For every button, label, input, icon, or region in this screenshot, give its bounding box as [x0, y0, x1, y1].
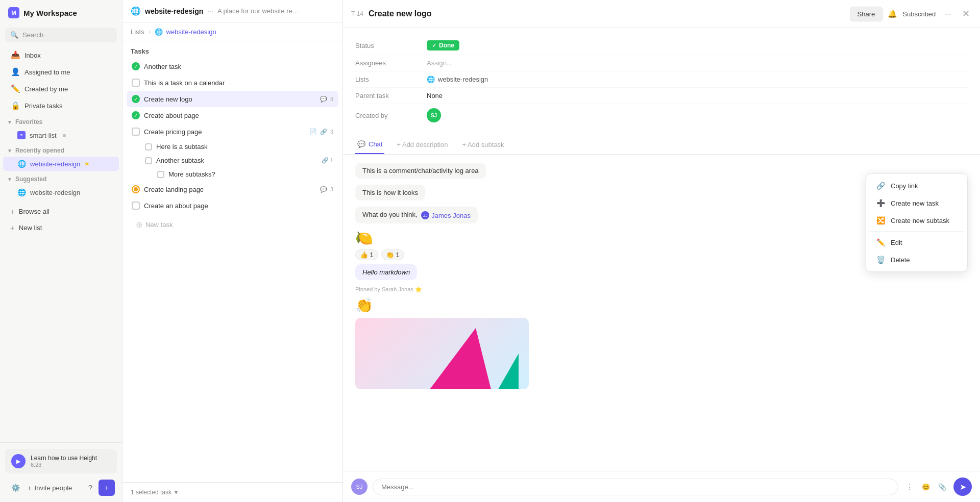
task-item[interactable]: ✓ Create about page	[127, 107, 338, 123]
chat-tab-label: Chat	[369, 140, 382, 148]
sidebar: M My Workspace 🔍 Search 📥 Inbox 👤 Assign…	[0, 0, 122, 502]
mention-avatar: JJ	[421, 211, 429, 219]
emoji-picker-button[interactable]: 😊	[920, 482, 932, 492]
recently-opened-section: ▼ Recently opened	[0, 143, 122, 156]
more-input-options-button[interactable]: ⋮	[903, 481, 916, 493]
bell-icon[interactable]: 🔔	[888, 9, 897, 18]
message-bubble: What do you think, JJ James Jonas	[355, 207, 478, 223]
new-task-label: New task	[145, 221, 173, 229]
reaction-clap[interactable]: 👏 1	[381, 249, 404, 260]
created-icon: ✏️	[10, 84, 20, 93]
task-check-in-progress	[132, 185, 140, 193]
breadcrumb-globe-icon: 🌐	[155, 28, 163, 36]
breadcrumb-separator: ›	[149, 28, 151, 36]
list-globe-icon: 🌐	[131, 6, 141, 16]
workspace-header[interactable]: M My Workspace	[0, 0, 122, 26]
task-name: Create an about page	[144, 202, 333, 210]
sidebar-item-inbox[interactable]: 📥 Inbox	[3, 47, 119, 63]
learn-label: Learn how to use Height	[31, 455, 97, 462]
send-button[interactable]: ➤	[953, 478, 972, 496]
task-list: ✓ Another task This is a task on a calen…	[122, 58, 342, 482]
delete-icon: 🗑️	[875, 256, 886, 264]
assignees-value[interactable]: Assign...	[427, 59, 968, 67]
close-button[interactable]: ✕	[960, 6, 972, 21]
task-check-done: ✓	[132, 111, 140, 119]
favorites-toggle[interactable]: ▼	[7, 119, 12, 125]
breadcrumb: Lists › 🌐 website-redesign	[122, 22, 342, 41]
footer-actions: ⚙️ + Invite people ? +	[5, 478, 117, 496]
subtask-item[interactable]: Another subtask 🔗 1	[127, 154, 338, 167]
task-name: Create landing page	[144, 186, 316, 193]
task-item[interactable]: Create an about page	[127, 197, 338, 214]
create-task-label: Create new task	[891, 199, 939, 207]
chat-icon: 💬	[320, 96, 327, 103]
help-button[interactable]: ?	[82, 480, 99, 496]
context-menu-create-subtask[interactable]: 🔀 Create new subtask	[869, 212, 964, 229]
chevron-down-icon: ▾	[175, 489, 178, 496]
task-item[interactable]: Create landing page 💬 3	[127, 181, 338, 197]
sidebar-item-label: Inbox	[24, 52, 41, 59]
share-button[interactable]: Share	[850, 7, 883, 21]
attachment-button[interactable]: 📎	[936, 482, 948, 492]
message-content: 🍋 👍 1 👏 1 Hello markdown Pinned by Sarah…	[355, 230, 876, 389]
search-label: Search	[22, 31, 43, 39]
list-name-value: website-redesign	[438, 76, 488, 83]
sidebar-item-created[interactable]: ✏️ Created by me	[3, 81, 119, 97]
sidebar-item-smart-list[interactable]: ≡ smart-list ≡	[3, 128, 119, 142]
message-input[interactable]	[373, 479, 898, 495]
add-subtask-button[interactable]: + Add subtask	[460, 136, 506, 154]
search-icon: 🔍	[10, 31, 18, 39]
more-options-button[interactable]: ···	[941, 8, 955, 20]
task-name: Here is a subtask	[156, 143, 333, 150]
status-done-badge[interactable]: ✓ Done	[427, 40, 459, 51]
sub-subtask-item[interactable]: More subtasks?	[127, 167, 338, 181]
list-options-button[interactable]: ···	[207, 7, 213, 15]
context-menu-delete[interactable]: 🗑️ Delete	[869, 251, 964, 268]
new-item-button[interactable]: +	[99, 480, 115, 496]
add-description-button[interactable]: + Add description	[395, 136, 450, 154]
sidebar-browse-all[interactable]: + Browse all	[3, 204, 119, 219]
context-menu-copy-link[interactable]: 🔗 Copy link	[869, 177, 964, 194]
reaction-thumbsup[interactable]: 👍 1	[355, 249, 378, 260]
context-menu-create-task[interactable]: ➕ Create new task	[869, 194, 964, 212]
settings-button[interactable]: ⚙️	[7, 480, 23, 496]
status-value: ✓ Done	[427, 40, 968, 51]
sidebar-item-website-redesign-recent[interactable]: 🌐 website-redesign ★	[3, 157, 119, 171]
invite-button[interactable]: + Invite people	[23, 481, 82, 495]
task-item-create-logo[interactable]: ✓ Create new logo 💬 8	[127, 91, 338, 107]
tasks-header: Tasks	[122, 41, 342, 58]
search-button[interactable]: 🔍 Search	[5, 28, 117, 42]
chat-icon: 💬	[320, 186, 327, 193]
task-item[interactable]: ✓ Another task	[127, 58, 338, 74]
create-subtask-icon: 🔀	[875, 216, 886, 224]
recently-toggle[interactable]: ▼	[7, 148, 12, 154]
favorites-label: Favorites	[15, 118, 42, 126]
task-check-empty	[132, 79, 140, 87]
created-label: Created by	[355, 112, 427, 119]
task-meta: 💬 8	[320, 96, 333, 103]
sidebar-new-list[interactable]: + New list	[3, 220, 119, 236]
task-meta: 💬 3	[320, 186, 333, 193]
suggested-toggle[interactable]: ▼	[7, 177, 12, 182]
tab-chat[interactable]: 💬 Chat	[355, 135, 384, 154]
learn-box[interactable]: ▶ Learn how to use Height 6.23	[5, 449, 117, 473]
context-menu-edit[interactable]: ✏️ Edit	[869, 234, 964, 251]
sidebar-item-private[interactable]: 🔒 Private tasks	[3, 97, 119, 114]
sidebar-item-website-redesign-suggested[interactable]: 🌐 website-redesign	[3, 185, 119, 199]
create-task-icon: ➕	[875, 199, 886, 207]
task-check-empty	[145, 143, 152, 150]
context-menu: 🔗 Copy link ➕ Create new task 🔀 Create n…	[866, 173, 968, 272]
link-icon: 🔗	[320, 129, 327, 135]
subtask-item[interactable]: Here is a subtask	[127, 140, 338, 154]
subscribed-badge[interactable]: Subscribed	[902, 10, 936, 18]
task-item[interactable]: Create pricing page 📄 🔗 3	[127, 123, 338, 140]
new-task-button[interactable]: ⊕ New task	[131, 216, 334, 234]
task-name: Create about page	[144, 112, 333, 119]
sidebar-item-assigned[interactable]: 👤 Assigned to me	[3, 64, 119, 80]
task-item[interactable]: This is a task on a calendar	[127, 74, 338, 91]
message-bubble: This is a comment/chat/activity log area	[355, 163, 486, 179]
triangle-magenta	[430, 328, 491, 389]
subscribed-label: Subscribed	[902, 10, 936, 18]
breadcrumb-lists[interactable]: Lists	[131, 28, 144, 36]
lists-value[interactable]: 🌐 website-redesign	[427, 76, 968, 83]
